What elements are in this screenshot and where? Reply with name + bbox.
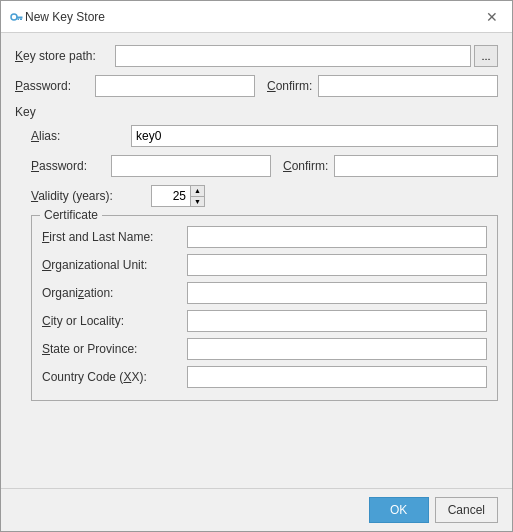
close-button[interactable]: ✕ bbox=[480, 5, 504, 29]
svg-rect-1 bbox=[17, 16, 23, 18]
spinner-buttons: ▲ ▼ bbox=[191, 185, 205, 207]
org-unit-input[interactable] bbox=[187, 254, 487, 276]
keystore-path-row: Key store path: ... bbox=[15, 45, 498, 67]
key-section: Key Alias: Password: Confirm: Validity (… bbox=[15, 105, 498, 401]
password-input[interactable] bbox=[95, 75, 255, 97]
key-password-row: Password: Confirm: bbox=[15, 155, 498, 177]
key-section-header: Key bbox=[15, 105, 498, 119]
confirm-label: Confirm: bbox=[267, 79, 312, 93]
spinner-up-button[interactable]: ▲ bbox=[191, 186, 204, 197]
org-unit-label: Organizational Unit: bbox=[42, 258, 187, 272]
alias-label: Alias: bbox=[31, 129, 131, 143]
dialog-footer: OK Cancel bbox=[1, 488, 512, 531]
validity-spinner: ▲ ▼ bbox=[151, 185, 205, 207]
titlebar: New Key Store ✕ bbox=[1, 1, 512, 33]
key-password-label: Password: bbox=[31, 159, 111, 173]
state-row: State or Province: bbox=[42, 338, 487, 360]
svg-rect-2 bbox=[20, 18, 22, 20]
key-confirm-input[interactable] bbox=[334, 155, 498, 177]
confirm-input[interactable] bbox=[318, 75, 498, 97]
alias-input[interactable] bbox=[131, 125, 498, 147]
keystore-path-input[interactable] bbox=[115, 45, 471, 67]
city-label: City or Locality: bbox=[42, 314, 187, 328]
validity-row: Validity (years): ▲ ▼ bbox=[15, 185, 498, 207]
first-last-name-label: First and Last Name: bbox=[42, 230, 187, 244]
dialog-title: New Key Store bbox=[25, 10, 480, 24]
password-label: Password: bbox=[15, 79, 95, 93]
certificate-group: Certificate First and Last Name: Organiz… bbox=[31, 215, 498, 401]
state-label: State or Province: bbox=[42, 342, 187, 356]
dialog-content: Key store path: ... Password: Confirm: K… bbox=[1, 33, 512, 488]
keystore-path-label: Key store path: bbox=[15, 49, 115, 63]
organization-row: Organization: bbox=[42, 282, 487, 304]
cancel-button[interactable]: Cancel bbox=[435, 497, 498, 523]
organization-input[interactable] bbox=[187, 282, 487, 304]
org-unit-row: Organizational Unit: bbox=[42, 254, 487, 276]
svg-point-0 bbox=[11, 14, 17, 20]
certificate-legend: Certificate bbox=[40, 208, 102, 222]
first-last-name-input[interactable] bbox=[187, 226, 487, 248]
svg-rect-3 bbox=[18, 18, 20, 20]
key-password-input[interactable] bbox=[111, 155, 271, 177]
new-key-store-dialog: New Key Store ✕ Key store path: ... Pass… bbox=[0, 0, 513, 532]
validity-input[interactable] bbox=[151, 185, 191, 207]
city-input[interactable] bbox=[187, 310, 487, 332]
spinner-down-button[interactable]: ▼ bbox=[191, 197, 204, 207]
browse-button[interactable]: ... bbox=[474, 45, 498, 67]
country-input[interactable] bbox=[187, 366, 487, 388]
state-input[interactable] bbox=[187, 338, 487, 360]
country-row: Country Code (XX): bbox=[42, 366, 487, 388]
organization-label: Organization: bbox=[42, 286, 187, 300]
password-row: Password: Confirm: bbox=[15, 75, 498, 97]
validity-label: Validity (years): bbox=[31, 189, 151, 203]
city-row: City or Locality: bbox=[42, 310, 487, 332]
key-confirm-label: Confirm: bbox=[283, 159, 328, 173]
ok-button[interactable]: OK bbox=[369, 497, 429, 523]
first-last-name-row: First and Last Name: bbox=[42, 226, 487, 248]
country-label: Country Code (XX): bbox=[42, 370, 187, 384]
dialog-icon bbox=[9, 9, 25, 25]
alias-row: Alias: bbox=[15, 125, 498, 147]
